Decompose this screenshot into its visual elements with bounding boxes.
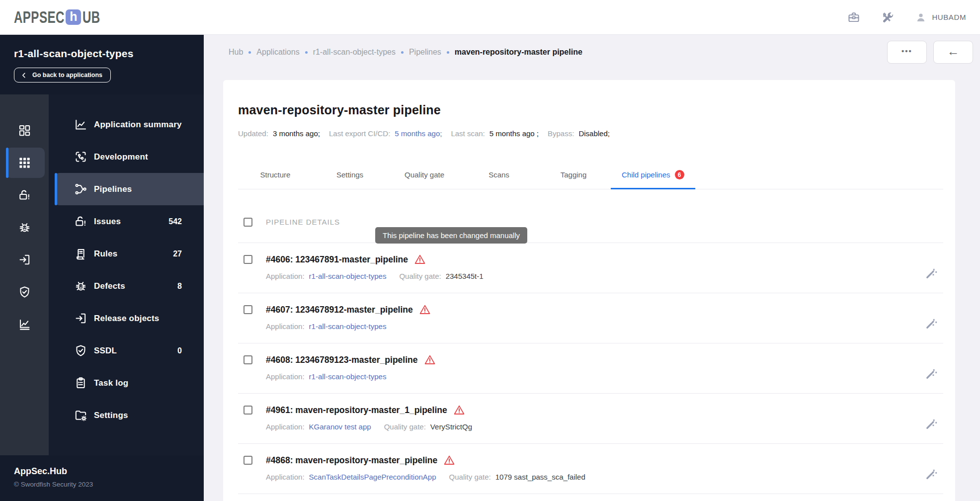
quality-gate-label: Quality gate: (399, 272, 441, 280)
sidebar-item-label: Issues (94, 217, 121, 227)
breadcrumb-item[interactable]: Pipelines (409, 48, 441, 57)
tab-structure[interactable]: Structure (238, 163, 313, 189)
rail-item-apps-grid[interactable] (0, 147, 49, 179)
user-menu[interactable]: HUBADM (915, 11, 966, 23)
more-actions-button[interactable]: ••• (887, 41, 927, 64)
pipeline-title[interactable]: #4961: maven-repository-master_1_pipelin… (266, 405, 447, 416)
application-link[interactable]: r1-all-scan-object-types (309, 272, 387, 280)
breadcrumb-separator-dot (401, 51, 404, 54)
briefcase-icon[interactable] (847, 11, 860, 24)
logo-text-left: APPSEC (14, 7, 65, 27)
warning-triangle-icon (414, 253, 426, 265)
tab-scans[interactable]: Scans (462, 163, 536, 189)
tab-label: Scans (489, 170, 509, 179)
go-back-to-applications-button[interactable]: Go back to applications (14, 68, 111, 83)
sidebar-item-ssdl[interactable]: SSDL 0 (49, 334, 204, 367)
tab-label: Settings (336, 170, 363, 179)
sidebar-item-task-log[interactable]: Task log (49, 367, 204, 399)
shield-check-icon (74, 344, 87, 357)
sidebar-footer: AppSec.Hub © Swordfish Security 2023 (0, 455, 204, 501)
wand-icon[interactable] (925, 405, 937, 443)
page-title: maven-repository-master pipeline (238, 103, 943, 117)
tools-icon[interactable] (881, 11, 894, 24)
appsechub-logo[interactable]: APPSEC h UB (14, 8, 105, 26)
tooltip: This pipeline has been changed manually (375, 227, 527, 244)
application-label: Application: (266, 422, 305, 431)
row-checkbox[interactable] (244, 456, 252, 465)
meta-label: Updated: (238, 129, 268, 138)
row-checkbox[interactable] (244, 255, 252, 264)
application-link[interactable]: ScanTaskDetailsPagePreconditionApp (309, 473, 436, 481)
clipboard-icon (74, 376, 87, 390)
select-all-checkbox[interactable] (244, 218, 252, 227)
tab-quality-gate[interactable]: Quality gate (387, 163, 462, 189)
meta-label: Last export CI/CD: (329, 129, 390, 138)
sidebar-item-issues[interactable]: Issues 542 (49, 205, 204, 238)
chevron-left-icon (21, 72, 27, 79)
quality-gate-value: VeryStrictQg (430, 422, 472, 431)
chart-icon (18, 318, 31, 331)
wand-icon[interactable] (925, 355, 937, 393)
breadcrumb-item[interactable]: r1-all-scan-object-types (313, 48, 396, 57)
meta-pair: Last scan:5 months ago ; (451, 129, 539, 138)
go-back-label: Go back to applications (32, 72, 102, 79)
rail-item-unlock-alert[interactable] (0, 179, 49, 211)
menu-item-count: 542 (168, 217, 182, 226)
meta-value[interactable]: 5 months ago; (395, 129, 442, 138)
back-arrow-button[interactable]: ← (933, 41, 973, 64)
sidebar-item-application-summary[interactable]: Application summary (49, 108, 204, 141)
row-checkbox[interactable] (244, 355, 252, 364)
sidebar-item-defects[interactable]: Defects 8 (49, 270, 204, 302)
row-checkbox[interactable] (244, 406, 252, 415)
tab-child-pipelines[interactable]: Child pipelines 6 (611, 163, 695, 189)
logo-h-mark: h (66, 9, 81, 25)
breadcrumb-separator-dot (447, 51, 449, 54)
pipeline-card: maven-repository-master pipeline Updated… (223, 80, 955, 501)
wand-icon[interactable] (925, 254, 937, 293)
tab-settings[interactable]: Settings (313, 163, 387, 189)
application-link[interactable]: KGaranov test app (309, 422, 371, 431)
pipeline-title[interactable]: #4607: 1234678912-master_pipeline (266, 305, 413, 315)
pipeline-title[interactable]: #4868: maven-repository-master_pipeline (266, 455, 437, 466)
sidebar-item-pipelines[interactable]: Pipelines (49, 173, 204, 205)
tab-label: Quality gate (405, 170, 444, 179)
scroll-icon (74, 247, 87, 260)
apps-grid-icon (18, 156, 31, 169)
rail-item-shield-check[interactable] (0, 276, 49, 308)
application-name: r1-all-scan-object-types (14, 48, 190, 60)
row-checkbox[interactable] (244, 305, 252, 314)
pipeline-title[interactable]: #4608: 12346789123-master_pipeline (266, 355, 418, 365)
sidebar-item-development[interactable]: Development (49, 141, 204, 173)
pipeline-title[interactable]: #4606: 123467891-master_pipeline (266, 254, 408, 265)
dashboard-icon (18, 124, 31, 137)
sidebar-item-label: Settings (94, 411, 128, 420)
menu-item-count: 0 (177, 346, 182, 355)
wand-icon[interactable] (925, 455, 937, 494)
quality-gate-label: Quality gate: (449, 473, 491, 481)
bug-icon (18, 221, 31, 234)
breadcrumb-item[interactable]: Hub (229, 48, 243, 57)
rail-item-bug[interactable] (0, 211, 49, 244)
sidebar-item-rules[interactable]: Rules 27 (49, 238, 204, 270)
sidebar-menu: Application summary Development Pipeline… (49, 94, 204, 455)
rail-item-exit[interactable] (0, 244, 49, 276)
table-header-row: PIPELINE DETAILS (238, 201, 943, 243)
tab-tagging[interactable]: Tagging (536, 163, 611, 189)
rail-item-chart[interactable] (0, 308, 49, 340)
tab-bar: Structure Settings Quality gate Scans Ta… (238, 163, 943, 189)
sidebar-item-settings[interactable]: Settings (49, 399, 204, 431)
application-link[interactable]: r1-all-scan-object-types (309, 372, 387, 381)
branch-icon (74, 182, 87, 196)
rail-item-dashboard[interactable] (0, 114, 49, 147)
dev-frame-icon (74, 150, 87, 164)
table-row: #4608: 12346789123-master_pipeline Appli… (238, 343, 943, 394)
breadcrumb-item[interactable]: Applications (256, 48, 299, 57)
sidebar-item-release-objects[interactable]: Release objects (49, 302, 204, 334)
warning-triangle-icon (453, 404, 465, 416)
top-header: APPSEC h UB HUBADM (0, 0, 980, 35)
exit-icon (74, 312, 87, 325)
application-link[interactable]: r1-all-scan-object-types (309, 322, 387, 331)
menu-item-count: 27 (173, 250, 182, 258)
wand-icon[interactable] (925, 305, 937, 343)
meta-pair: Updated:3 months ago; (238, 129, 320, 138)
